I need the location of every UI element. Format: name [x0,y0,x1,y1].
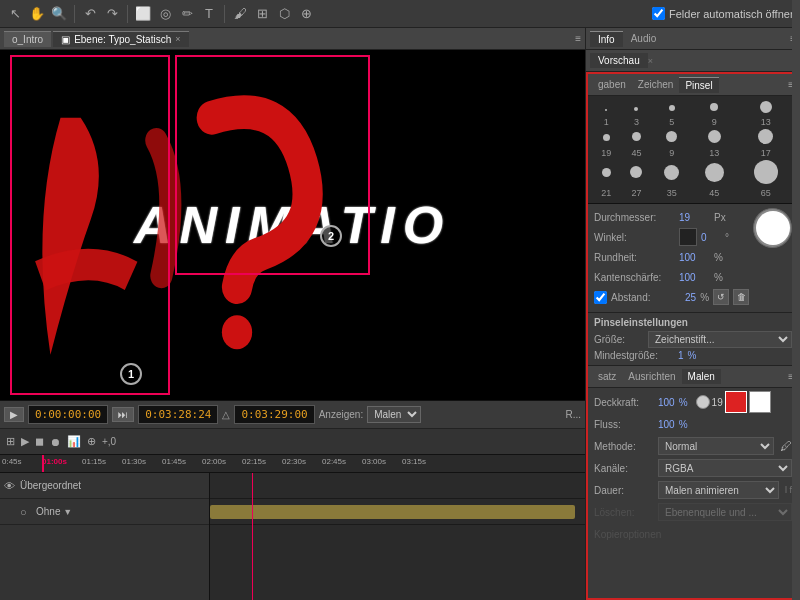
eyedrop-icon[interactable]: 🖊 [780,439,792,453]
tl-icon-add[interactable]: ⊕ [87,435,96,448]
tab-ausrichten[interactable]: Ausrichten [622,369,681,384]
brush-preset-4[interactable] [691,100,737,116]
tool-clone[interactable]: ⊞ [252,4,272,24]
vorschau-close[interactable]: × [648,56,653,66]
color-circle-btn[interactable] [696,395,710,409]
dropdown-arrow[interactable]: ▼ [63,507,72,517]
tool-hand[interactable]: ✋ [27,4,47,24]
tool-zoom[interactable]: 🔍 [49,4,69,24]
brush-preset-3[interactable] [653,100,691,116]
tab-pinsel[interactable]: Pinsel [679,77,718,93]
dauer-extra-icons: l f [785,485,792,495]
layer-tab-close[interactable]: × [175,34,180,44]
timeline-layer-row-ohne: ○ Ohne ▼ [0,499,209,525]
rundheit-unit: % [714,252,749,263]
tab-audio[interactable]: Audio [623,31,665,46]
brush-preset-2[interactable] [620,100,652,116]
brush-label-1: 1 [592,116,620,128]
animation-text: ANIMATIO [134,195,451,255]
anzeigen-select[interactable]: Malen [367,406,421,423]
brush-preset-13b[interactable] [691,128,737,147]
felder-auto-checkbox[interactable] [652,7,665,20]
tool-redo[interactable]: ↷ [102,4,122,24]
layer-tab-intro[interactable]: o_Intro [4,31,51,47]
tool-pen[interactable]: ✏ [177,4,197,24]
durchmesser-row: Durchmesser: 19 Px [594,208,749,226]
brush-preset-45b[interactable] [691,159,737,187]
deckkraft-value[interactable]: 100 [658,397,675,408]
layer-ohne-select[interactable]: Ohne ▼ [36,506,205,517]
dauer-select[interactable]: Malen animieren [658,481,779,499]
prop-icon-group: ↺ 🗑 [713,289,749,305]
tab-satz[interactable]: satz [592,369,622,384]
left-panel: o_Intro ▣ Ebene: Typo_Statisch × ≡ ANIMA… [0,28,585,600]
color-swatch-white[interactable] [749,391,771,413]
tl-icon-record[interactable]: ⏺ [50,436,61,448]
color-swatch-red[interactable] [725,391,747,413]
tab-info[interactable]: Info [590,31,623,47]
brush-preset-9b[interactable] [653,128,691,147]
brush-size-row-dots-2 [592,128,794,147]
timeline-ruler: 0:45s 01:00s 01:15s 01:30s 01:45s 02:00s… [0,455,585,473]
prop-icon-delete[interactable]: 🗑 [733,289,749,305]
tool-brush[interactable]: 🖌 [230,4,250,24]
timeline-end-btn[interactable]: ⏭ [112,407,134,422]
tool-eraser[interactable]: ⬡ [274,4,294,24]
timecode-current[interactable]: 0:00:00:00 [28,405,108,424]
layer-tab-typo[interactable]: ▣ Ebene: Typo_Statisch × [53,31,188,47]
brush-preset-45[interactable] [620,128,652,147]
durchmesser-value[interactable]: 19 [679,212,714,223]
brush-preset-21[interactable] [592,159,620,187]
tab-zeichen[interactable]: Zeichen [632,77,680,92]
loeschen-label: Löschen: [594,505,654,520]
fluss-label: Fluss: [594,419,654,430]
brush-preset-1[interactable] [592,100,620,116]
prop-icon-reset[interactable]: ↺ [713,289,729,305]
tl-icon-graph[interactable]: 📊 [67,435,81,448]
tool-puppet[interactable]: ⊕ [296,4,316,24]
tool-arrow[interactable]: ↖ [5,4,25,24]
kanaele-select[interactable]: RGBA [658,459,792,477]
brush-preset-65[interactable] [737,159,794,187]
mindest-value[interactable]: 1 [678,350,684,361]
tl-icon-loop[interactable]: ⊞ [6,435,15,448]
brush-preset-27[interactable] [620,159,652,187]
fluss-row: Fluss: 100 % [594,414,792,434]
brush-preset-17[interactable] [737,128,794,147]
ruler-0115: 01:15s [82,457,106,466]
layer-sub-eye-icon[interactable]: ○ [20,506,36,518]
winkel-value[interactable]: 0 [701,232,725,243]
abstand-checkbox[interactable] [594,291,607,304]
brush-label-9c: 9 [653,147,691,159]
ruler-0100: 01:00s [42,457,67,466]
tool-shape[interactable]: ◎ [155,4,175,24]
brush-label-19: 19 [592,147,620,159]
tab-gaben[interactable]: gaben [592,77,632,92]
tl-icon-play[interactable]: ▶ [21,435,29,448]
kanten-value[interactable]: 100 [679,272,714,283]
pinsel-sub-tabs: gaben Zeichen Pinsel ≡ [588,74,798,96]
separator-2 [127,5,128,23]
fluss-value[interactable]: 100 [658,419,675,430]
tool-text[interactable]: T [199,4,219,24]
rundheit-value[interactable]: 100 [679,252,714,263]
tab-vorschau[interactable]: Vorschau [590,53,648,68]
brush-preset-19[interactable] [592,128,620,147]
durchmesser-unit: Px [714,212,749,223]
methode-select[interactable]: Normal [658,437,774,455]
presets-scrollbar[interactable] [792,72,800,600]
brush-preset-35[interactable] [653,159,691,187]
brush-label-5: 5 [653,116,691,128]
timeline-play-btn[interactable]: ▶ [4,407,24,422]
winkel-box[interactable] [679,228,697,246]
brush-preset-5[interactable] [737,100,794,116]
tool-select[interactable]: ⬜ [133,4,153,24]
abstand-value[interactable]: 25 [685,292,696,303]
layer-eye-icon[interactable]: 👁 [4,480,20,492]
groesse-select[interactable]: Zeichenstift... [648,331,792,348]
tl-icon-stop[interactable]: ◼ [35,435,44,448]
tool-undo[interactable]: ↶ [80,4,100,24]
layer-tab-menu[interactable]: ≡ [575,33,581,44]
track-bar[interactable] [210,505,575,519]
tab-malen[interactable]: Malen [682,369,721,384]
